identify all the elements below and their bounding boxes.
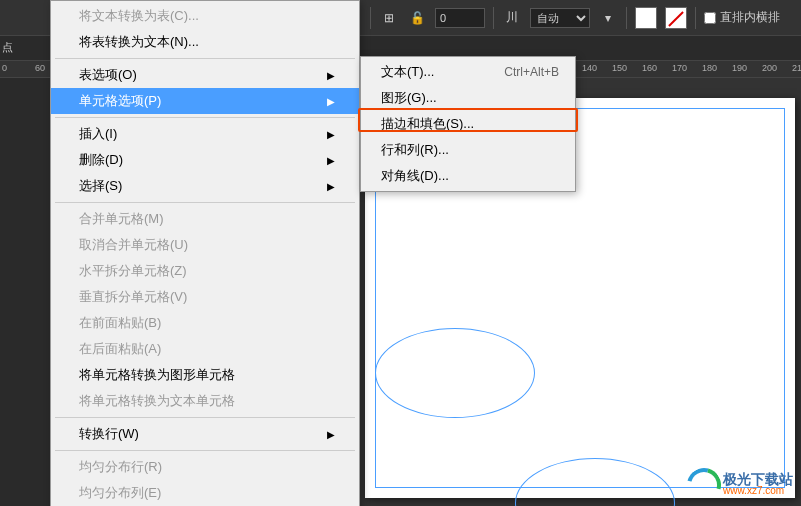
menu-item[interactable]: 表选项(O)▶: [51, 62, 359, 88]
menu-item[interactable]: 删除(D)▶: [51, 147, 359, 173]
menu-item: 均匀分布列(E): [51, 480, 359, 506]
menu-item-label: 单元格选项(P): [79, 92, 161, 110]
unit-label: 点: [2, 40, 13, 55]
auto-select[interactable]: 自动: [530, 8, 590, 28]
menu-item-label: 插入(I): [79, 125, 117, 143]
menu-item-label: 转换行(W): [79, 425, 139, 443]
submenu-item[interactable]: 描边和填色(S)...: [361, 111, 575, 137]
menu-item-label: 垂直拆分单元格(V): [79, 288, 187, 306]
submenu-item[interactable]: 行和列(R)...: [361, 137, 575, 163]
submenu-item[interactable]: 对角线(D)...: [361, 163, 575, 189]
menu-item-label: 表选项(O): [79, 66, 137, 84]
menu-item: 垂直拆分单元格(V): [51, 284, 359, 310]
ellipse-shape[interactable]: [375, 328, 535, 418]
logo-swoosh-icon: [687, 468, 719, 500]
logo-text-cn: 极光下载站: [723, 472, 793, 486]
submenu-item-label: 对角线(D)...: [381, 167, 449, 185]
menu-item: 将单元格转换为文本单元格: [51, 388, 359, 414]
menu-item: 在前面粘贴(B): [51, 310, 359, 336]
menu-item: 合并单元格(M): [51, 206, 359, 232]
submenu-item-label: 行和列(R)...: [381, 141, 449, 159]
menu-item-label: 在前面粘贴(B): [79, 314, 161, 332]
dropdown-icon[interactable]: ▾: [598, 8, 618, 28]
watermark-logo: 极光下载站 www.xz7.com: [687, 468, 793, 500]
submenu-item[interactable]: 图形(G)...: [361, 85, 575, 111]
menu-item-label: 合并单元格(M): [79, 210, 164, 228]
chevron-right-icon: ▶: [327, 129, 335, 140]
menu-item-label: 将表转换为文本(N)...: [79, 33, 199, 51]
chevron-right-icon: ▶: [327, 70, 335, 81]
menu-separator: [55, 417, 355, 418]
menu-separator: [55, 450, 355, 451]
submenu-item-label: 文本(T)...: [381, 63, 434, 81]
menu-item-label: 删除(D): [79, 151, 123, 169]
menu-item-label: 取消合并单元格(U): [79, 236, 188, 254]
numeric-input[interactable]: [435, 8, 485, 28]
menu-separator: [55, 202, 355, 203]
menu-item: 水平拆分单元格(Z): [51, 258, 359, 284]
menu-item-label: 均匀分布列(E): [79, 484, 161, 502]
menu-item[interactable]: 插入(I)▶: [51, 121, 359, 147]
menu-item-label: 选择(S): [79, 177, 122, 195]
menu-separator: [55, 117, 355, 118]
menu-item: 将文本转换为表(C)...: [51, 3, 359, 29]
cell-options-submenu: 文本(T)...Ctrl+Alt+B图形(G)...描边和填色(S)...行和列…: [360, 56, 576, 192]
submenu-item[interactable]: 文本(T)...Ctrl+Alt+B: [361, 59, 575, 85]
menu-item-label: 均匀分布行(R): [79, 458, 162, 476]
grid-icon[interactable]: ⊞: [379, 8, 399, 28]
menu-item[interactable]: 单元格选项(P)▶: [51, 88, 359, 114]
chevron-right-icon: ▶: [327, 181, 335, 192]
chevron-right-icon: ▶: [327, 96, 335, 107]
menu-item-label: 将单元格转换为图形单元格: [79, 366, 235, 384]
stroke-swatch[interactable]: [665, 7, 687, 29]
menu-item-label: 将单元格转换为文本单元格: [79, 392, 235, 410]
menu-item-label: 将文本转换为表(C)...: [79, 7, 199, 25]
chevron-right-icon: ▶: [327, 429, 335, 440]
menu-item[interactable]: 选择(S)▶: [51, 173, 359, 199]
logo-url: www.xz7.com: [723, 486, 793, 496]
submenu-item-label: 图形(G)...: [381, 89, 437, 107]
menu-item: 均匀分布行(R): [51, 454, 359, 480]
menu-item: 取消合并单元格(U): [51, 232, 359, 258]
submenu-item-label: 描边和填色(S)...: [381, 115, 474, 133]
menu-item[interactable]: 转换行(W)▶: [51, 421, 359, 447]
fill-swatch[interactable]: [635, 7, 657, 29]
menu-item-label: 水平拆分单元格(Z): [79, 262, 187, 280]
table-menu: 将文本转换为表(C)...将表转换为文本(N)...表选项(O)▶单元格选项(P…: [50, 0, 360, 506]
menu-item[interactable]: 将表转换为文本(N)...: [51, 29, 359, 55]
menu-item: 在后面粘贴(A): [51, 336, 359, 362]
menu-item[interactable]: 将单元格转换为图形单元格: [51, 362, 359, 388]
menu-separator: [55, 58, 355, 59]
chevron-right-icon: ▶: [327, 155, 335, 166]
lock-icon[interactable]: 🔓: [407, 8, 427, 28]
vertical-in-horizontal-checkbox[interactable]: 直排内横排: [704, 9, 780, 26]
shortcut-text: Ctrl+Alt+B: [504, 65, 559, 79]
menu-item-label: 在后面粘贴(A): [79, 340, 161, 358]
type-orient-icon[interactable]: 川: [502, 8, 522, 28]
